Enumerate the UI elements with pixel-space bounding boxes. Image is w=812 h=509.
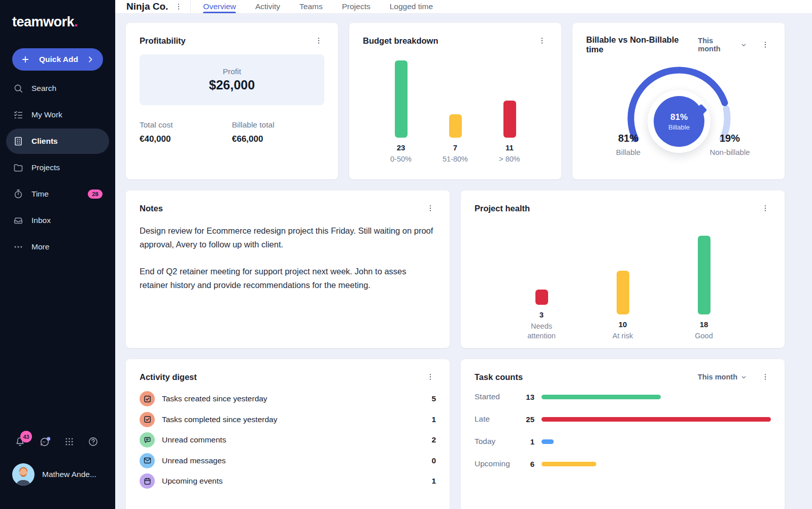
period-selector[interactable]: This month: [698, 373, 747, 381]
digest-label: Tasks created since yesterday: [162, 394, 267, 403]
digest-label: Tasks completed since yesterday: [162, 415, 277, 424]
sidebar-item-time[interactable]: Time 28: [6, 181, 109, 207]
tab-overview[interactable]: Overview: [203, 0, 236, 13]
apps-grid-icon[interactable]: [64, 436, 75, 447]
chevron-down-icon: [741, 374, 747, 380]
digest-row-tasks-created: Tasks created since yesterday 5: [140, 389, 436, 409]
sidebar-item-label: Projects: [31, 163, 60, 172]
task-row-label: Late: [475, 415, 520, 424]
help-icon[interactable]: [87, 436, 99, 448]
task-count-row: Late25: [475, 414, 771, 424]
notes-card: Notes Design review for Ecommerce redesi…: [126, 190, 450, 348]
notifications-bell-icon[interactable]: 43: [14, 436, 26, 448]
more-icon: [13, 241, 24, 252]
time-icon: [13, 188, 24, 200]
non-billable-label: Non-billable: [702, 148, 758, 156]
card-title: Budget breakdown: [363, 36, 438, 46]
billable-card: Billable vs Non-Billable time This month…: [572, 23, 785, 179]
total-cost-metric: Total cost €40,000: [140, 120, 232, 144]
comment-icon: [140, 432, 155, 448]
support-chat-icon[interactable]: [39, 435, 51, 448]
quick-add-button[interactable]: Quick Add: [12, 48, 103, 71]
profitability-card: Profitability Profit $26,000 Total cost …: [126, 23, 338, 179]
tab-projects[interactable]: Projects: [342, 0, 370, 13]
notifications-badge: 43: [20, 431, 32, 442]
card-menu-button[interactable]: [760, 39, 771, 50]
task-bar-track: [542, 462, 771, 466]
task-row-value: 6: [520, 460, 534, 468]
digest-count: 5: [431, 394, 436, 403]
projects-icon: [13, 162, 24, 173]
task-bar-Late: [542, 417, 771, 422]
card-menu-button[interactable]: [536, 35, 548, 46]
metric-label: Total cost: [140, 120, 232, 130]
user-profile[interactable]: Mathew Ande...: [0, 463, 115, 509]
bar-column: 230-50%: [374, 60, 428, 164]
bar-value: 7: [453, 143, 457, 152]
note-paragraph: Design review for Ecommerce redesign pro…: [140, 224, 436, 251]
task-bar-Started: [542, 395, 661, 399]
sidebar-item-my-work[interactable]: My Work: [6, 102, 109, 128]
period-selector[interactable]: This month: [698, 37, 747, 53]
sidebar-item-projects[interactable]: Projects: [6, 155, 109, 180]
main-area: Ninja Co. Overview Activity Teams Projec…: [115, 0, 812, 509]
client-menu-button[interactable]: [173, 1, 184, 12]
card-menu-button[interactable]: [425, 371, 436, 383]
avatar: [12, 463, 35, 486]
bar-column: 751-80%: [428, 60, 483, 164]
digest-count: 2: [431, 435, 436, 444]
non-billable-side-stat: 19% Non-billable: [702, 133, 758, 156]
sidebar-item-search[interactable]: Search: [6, 76, 109, 101]
bar-category-label: Needs attention: [518, 322, 565, 341]
bar-category-label: 51-80%: [443, 154, 468, 164]
bar-> 80%: [503, 101, 516, 138]
task-row-label: Today: [475, 437, 520, 446]
card-title: Notes: [140, 204, 163, 213]
quick-add-label: Quick Add: [39, 55, 78, 64]
task-count-row: Upcoming6: [475, 459, 771, 469]
sidebar-item-more[interactable]: More: [6, 234, 109, 260]
card-menu-button[interactable]: [760, 203, 771, 214]
logo-text: teamwork: [12, 14, 74, 29]
user-name: Mathew Ande...: [42, 470, 96, 479]
card-menu-button[interactable]: [313, 35, 324, 46]
sidebar-item-label: Search: [31, 84, 56, 93]
sidebar-item-inbox[interactable]: Inbox: [6, 208, 109, 233]
sidebar-item-label: More: [31, 242, 49, 251]
card-menu-button[interactable]: [760, 371, 771, 383]
bar-value: 10: [619, 320, 627, 329]
task-row-label: Started: [475, 392, 520, 401]
bar-category-label: > 80%: [499, 154, 520, 164]
tab-teams[interactable]: Teams: [299, 0, 323, 13]
clients-icon: [13, 136, 24, 147]
task-row-value: 1: [520, 437, 534, 446]
dashboard-grid: Profitability Profit $26,000 Total cost …: [126, 23, 785, 509]
bar-value: 3: [539, 310, 544, 319]
bar-Good: [698, 236, 710, 314]
tab-logged-time[interactable]: Logged time: [390, 0, 433, 13]
activity-digest-card: Activity digest Tasks created since yest…: [126, 359, 450, 509]
task-row-value: 13: [520, 393, 534, 401]
sidebar-item-clients[interactable]: Clients: [6, 129, 109, 154]
sidebar-footer: 43 Mathew Ande...: [0, 435, 115, 509]
billable-percent: 81%: [600, 133, 656, 144]
digest-row-tasks-completed: Tasks completed since yesterday 1: [140, 409, 436, 430]
profit-summary: Profit $26,000: [140, 54, 324, 105]
billable-total-metric: Billable total €66,000: [232, 120, 324, 144]
digest-row-unread-messages: Unread messages 0: [140, 451, 436, 471]
digest-label: Upcoming events: [162, 476, 223, 486]
sidebar-item-label: Clients: [31, 137, 58, 146]
sidebar-item-label: Inbox: [31, 216, 51, 225]
tab-activity[interactable]: Activity: [255, 0, 280, 13]
card-title: Billable vs Non-Billable time: [586, 35, 698, 54]
time-badge: 28: [88, 189, 103, 199]
activity-digest-list: Tasks created since yesterday 5 Tasks co…: [140, 389, 436, 492]
digest-count: 1: [431, 415, 436, 424]
profit-value: $26,000: [209, 78, 255, 92]
card-menu-button[interactable]: [425, 203, 436, 214]
bar-category-label: 0-50%: [390, 154, 412, 164]
bar-Needs attention: [535, 290, 548, 305]
message-icon: [140, 453, 155, 468]
period-label: This month: [698, 37, 737, 53]
bar-value: 11: [505, 143, 514, 152]
